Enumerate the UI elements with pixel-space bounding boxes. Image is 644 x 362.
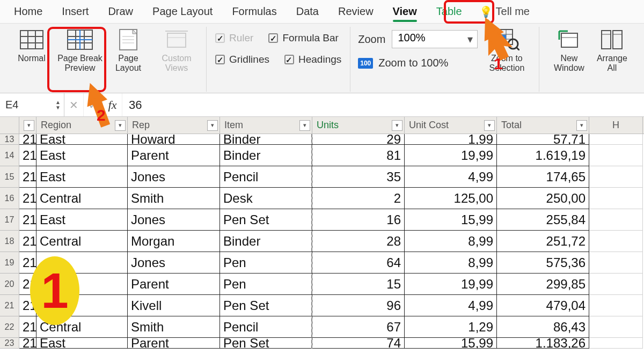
cell[interactable]: 125,00 bbox=[405, 188, 497, 209]
menu-draw[interactable]: Draw bbox=[98, 2, 143, 21]
cell[interactable]: 86,43 bbox=[497, 316, 589, 338]
cell[interactable]: East bbox=[36, 338, 128, 349]
headings-checkbox[interactable]: Headings bbox=[284, 54, 341, 65]
cell[interactable]: East bbox=[36, 166, 128, 188]
filter-icon[interactable]: ▾ bbox=[299, 120, 310, 131]
menu-formulas[interactable]: Formulas bbox=[222, 2, 286, 21]
cell[interactable]: 2 bbox=[312, 188, 405, 209]
menu-view[interactable]: View bbox=[383, 2, 427, 21]
cell[interactable]: 1.183,26 bbox=[497, 338, 589, 349]
cell[interactable]: 4,99 bbox=[405, 295, 497, 316]
table-row[interactable]: 1721EastJonesPen Set1615,99255,84 bbox=[0, 209, 644, 231]
cell[interactable] bbox=[589, 166, 643, 188]
cell[interactable]: 21 bbox=[19, 134, 36, 145]
cell[interactable] bbox=[589, 231, 643, 252]
cell[interactable]: Jones bbox=[128, 252, 220, 274]
cell[interactable]: Pen Set bbox=[220, 338, 312, 349]
cell[interactable]: 479,04 bbox=[497, 295, 589, 316]
cancel-formula-button[interactable]: ✕ bbox=[64, 93, 84, 116]
filter-icon[interactable]: ▾ bbox=[392, 120, 402, 131]
cell[interactable]: Central bbox=[36, 188, 128, 209]
col-units-header[interactable]: Units▾ bbox=[312, 117, 405, 134]
enter-formula-button[interactable]: ✓ bbox=[84, 93, 103, 116]
cell[interactable]: 21 bbox=[19, 209, 36, 231]
cell[interactable]: Pencil bbox=[220, 166, 312, 188]
cell[interactable] bbox=[589, 209, 643, 231]
cell[interactable]: 81 bbox=[312, 145, 405, 166]
cell[interactable]: 1,29 bbox=[405, 316, 497, 338]
cell[interactable]: 19,99 bbox=[405, 145, 497, 166]
gridlines-checkbox[interactable]: Gridlines bbox=[215, 54, 269, 65]
cell[interactable]: 21 bbox=[19, 188, 36, 209]
cell[interactable]: Smith bbox=[128, 188, 220, 209]
cell[interactable]: Central bbox=[36, 231, 128, 252]
filter-icon[interactable]: ▾ bbox=[207, 120, 218, 131]
table-row[interactable]: 1521EastJonesPencil354,99174,65 bbox=[0, 166, 644, 188]
table-row[interactable]: 1321EastHowardBinder291,9957,71 bbox=[0, 134, 644, 145]
spreadsheet-grid[interactable]: 1321EastHowardBinder291,9957,711421EastP… bbox=[0, 134, 644, 349]
cell[interactable]: 29 bbox=[312, 134, 405, 145]
col-h-header[interactable]: H bbox=[589, 117, 643, 134]
formula-input[interactable]: 36 bbox=[122, 98, 644, 112]
cell[interactable]: 57,71 bbox=[497, 134, 589, 145]
zoom-to-100-button[interactable]: 100 Zoom to 100% bbox=[358, 57, 478, 69]
row-header[interactable]: 17 bbox=[0, 209, 19, 231]
cell[interactable] bbox=[589, 134, 643, 145]
table-row[interactable]: 2321EastParentPen Set7415,991.183,26 bbox=[0, 338, 644, 349]
cell[interactable]: 21 bbox=[19, 145, 36, 166]
new-window-button[interactable]: New Window bbox=[545, 27, 593, 76]
cell[interactable]: Pen bbox=[220, 252, 312, 274]
tell-me[interactable]: 💡 Tell me bbox=[472, 2, 537, 21]
cell[interactable]: Smith bbox=[128, 316, 220, 338]
cell[interactable]: 67 bbox=[312, 316, 405, 338]
cell[interactable] bbox=[589, 295, 643, 316]
cell[interactable]: Jones bbox=[128, 209, 220, 231]
cell[interactable]: East bbox=[36, 134, 128, 145]
cell[interactable]: 174,65 bbox=[497, 166, 589, 188]
cell[interactable]: 21 bbox=[19, 316, 36, 338]
cell[interactable]: Desk bbox=[220, 188, 312, 209]
table-row[interactable]: 1821CentralMorganBinder288,99251,72 bbox=[0, 231, 644, 252]
cell[interactable]: 74 bbox=[312, 338, 405, 349]
table-row[interactable]: 2221CentralSmithPencil671,2986,43 bbox=[0, 316, 644, 338]
row-header[interactable]: 19 bbox=[0, 252, 19, 274]
cell[interactable]: 35 bbox=[312, 166, 405, 188]
cell[interactable]: al bbox=[36, 295, 128, 316]
col-region-header[interactable]: Region▾ bbox=[36, 117, 128, 134]
cell[interactable]: Parent bbox=[128, 274, 220, 295]
row-header[interactable]: 21 bbox=[0, 295, 19, 316]
col-rep-header[interactable]: Rep▾ bbox=[128, 117, 220, 134]
cell[interactable]: 255,84 bbox=[497, 209, 589, 231]
cell[interactable] bbox=[589, 274, 643, 295]
cell[interactable]: 16 bbox=[312, 209, 405, 231]
row-header[interactable]: 20 bbox=[0, 274, 19, 295]
cell[interactable]: 8,99 bbox=[405, 231, 497, 252]
cell[interactable]: Pen bbox=[220, 274, 312, 295]
zoom-select[interactable]: 100% bbox=[392, 30, 478, 48]
cell[interactable]: 1.619,19 bbox=[497, 145, 589, 166]
cell[interactable]: 15,99 bbox=[405, 209, 497, 231]
cell[interactable]: 4,99 bbox=[405, 166, 497, 188]
cell[interactable]: Kivell bbox=[128, 295, 220, 316]
cell[interactable]: 96 bbox=[312, 295, 405, 316]
row-header[interactable]: 23 bbox=[0, 338, 19, 349]
cell[interactable]: 15,99 bbox=[405, 338, 497, 349]
cell[interactable]: Pencil bbox=[220, 316, 312, 338]
custom-views-button[interactable]: Custom Views bbox=[152, 27, 201, 76]
menu-data[interactable]: Data bbox=[287, 2, 328, 21]
cell[interactable] bbox=[36, 252, 128, 274]
row-header[interactable]: 15 bbox=[0, 166, 19, 188]
row-header[interactable]: 22 bbox=[0, 316, 19, 338]
page-layout-button[interactable]: Page Layout bbox=[104, 27, 152, 76]
cell[interactable]: Jones bbox=[128, 166, 220, 188]
menu-insert[interactable]: Insert bbox=[52, 2, 98, 21]
cell[interactable]: 21 bbox=[19, 252, 36, 274]
formula-bar-checkbox[interactable]: Formula Bar bbox=[268, 32, 339, 44]
row-header[interactable]: 16 bbox=[0, 188, 19, 209]
select-all-corner[interactable] bbox=[0, 117, 19, 134]
cell[interactable]: 28 bbox=[312, 231, 405, 252]
arrange-all-button[interactable]: Arrange All bbox=[593, 27, 631, 76]
cell[interactable] bbox=[589, 252, 643, 274]
cell[interactable]: 21 bbox=[19, 295, 36, 316]
table-row[interactable]: 2021ParentPen1519,99299,85 bbox=[0, 274, 644, 295]
